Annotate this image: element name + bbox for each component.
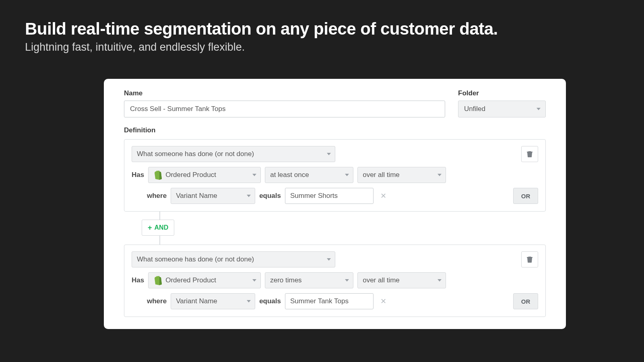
delete-condition-button[interactable] bbox=[521, 251, 538, 267]
equals-label: equals bbox=[259, 297, 281, 305]
value-input[interactable] bbox=[285, 293, 374, 309]
value-input[interactable] bbox=[285, 188, 374, 204]
timeframe-select[interactable]: over all time bbox=[357, 272, 446, 288]
chevron-down-icon bbox=[247, 195, 251, 197]
timeframe-select-value: over all time bbox=[363, 171, 400, 179]
chevron-down-icon bbox=[438, 279, 442, 282]
frequency-select-value: zero times bbox=[270, 276, 301, 284]
frequency-select[interactable]: zero times bbox=[265, 272, 353, 288]
frequency-select[interactable]: at least once bbox=[265, 167, 353, 183]
folder-select-value: Unfiled bbox=[464, 105, 485, 113]
chevron-down-icon bbox=[247, 300, 251, 302]
plus-icon: + bbox=[148, 224, 152, 231]
trash-icon bbox=[527, 151, 533, 157]
condition-block: What someone has done (or not done) Has … bbox=[124, 139, 546, 212]
name-label: Name bbox=[124, 89, 445, 97]
remove-filter-button[interactable]: ✕ bbox=[378, 190, 389, 202]
segment-name-input[interactable] bbox=[124, 101, 445, 117]
chevron-down-icon bbox=[537, 108, 541, 110]
where-label: where bbox=[147, 192, 167, 200]
delete-condition-button[interactable] bbox=[521, 146, 538, 162]
add-and-button[interactable]: + AND bbox=[142, 220, 174, 236]
remove-filter-button[interactable]: ✕ bbox=[378, 296, 389, 307]
field-select-value: Variant Name bbox=[176, 192, 217, 200]
chevron-down-icon bbox=[345, 174, 349, 176]
product-select-value: Ordered Product bbox=[165, 276, 252, 284]
folder-label: Folder bbox=[458, 89, 546, 97]
has-label: Has bbox=[132, 171, 144, 179]
and-button-label: AND bbox=[155, 224, 169, 231]
timeframe-select-value: over all time bbox=[363, 276, 400, 284]
has-label: Has bbox=[132, 276, 144, 284]
condition-type-value: What someone has done (or not done) bbox=[137, 150, 254, 158]
equals-label: equals bbox=[259, 192, 281, 200]
product-select[interactable]: Ordered Product bbox=[148, 272, 261, 288]
chevron-down-icon bbox=[345, 279, 349, 282]
chevron-down-icon bbox=[327, 153, 331, 155]
chevron-down-icon bbox=[252, 279, 256, 282]
definition-label: Definition bbox=[124, 126, 546, 134]
condition-connector: + AND bbox=[142, 212, 546, 245]
trash-icon bbox=[527, 256, 533, 263]
or-button[interactable]: OR bbox=[513, 293, 538, 309]
or-button[interactable]: OR bbox=[513, 188, 538, 204]
chevron-down-icon bbox=[327, 258, 331, 261]
segment-builder-card: Name Folder Unfiled Definition What some… bbox=[104, 79, 566, 329]
shopify-icon bbox=[153, 170, 162, 180]
shopify-icon bbox=[153, 276, 162, 285]
page-subtitle: Lightning fast, intuitive, and endlessly… bbox=[25, 41, 644, 53]
condition-type-value: What someone has done (or not done) bbox=[137, 255, 254, 263]
condition-block: What someone has done (or not done) Has … bbox=[124, 245, 546, 317]
condition-type-select[interactable]: What someone has done (or not done) bbox=[132, 251, 335, 267]
condition-type-select[interactable]: What someone has done (or not done) bbox=[132, 146, 335, 162]
product-select[interactable]: Ordered Product bbox=[148, 167, 261, 183]
chevron-down-icon bbox=[252, 174, 256, 176]
chevron-down-icon bbox=[438, 174, 442, 176]
page-title: Build real-time segmentation on any piec… bbox=[25, 19, 644, 39]
timeframe-select[interactable]: over all time bbox=[357, 167, 446, 183]
where-label: where bbox=[147, 297, 167, 305]
field-select[interactable]: Variant Name bbox=[171, 188, 255, 204]
folder-select[interactable]: Unfiled bbox=[458, 101, 546, 117]
close-icon: ✕ bbox=[380, 191, 386, 200]
field-select[interactable]: Variant Name bbox=[171, 293, 255, 309]
close-icon: ✕ bbox=[380, 297, 386, 306]
frequency-select-value: at least once bbox=[270, 171, 309, 179]
field-select-value: Variant Name bbox=[176, 297, 217, 305]
product-select-value: Ordered Product bbox=[165, 171, 252, 179]
